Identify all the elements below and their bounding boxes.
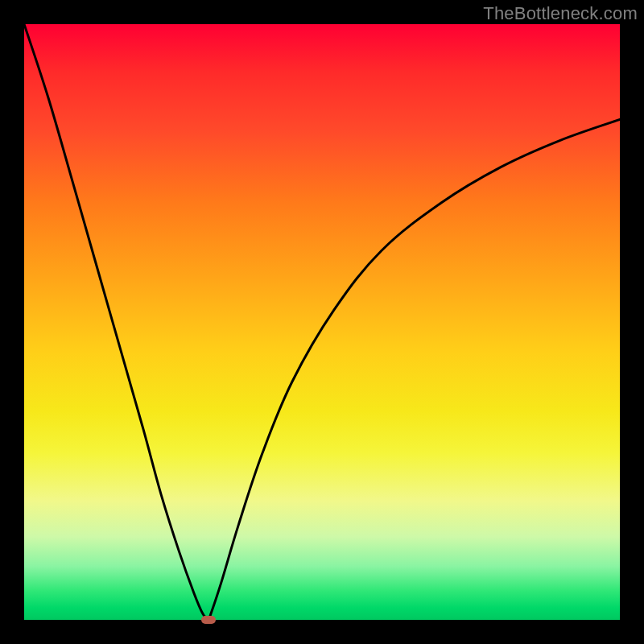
curve-right-branch: [208, 119, 620, 620]
curve-svg: [24, 24, 620, 620]
chart-frame: TheBottleneck.com: [0, 0, 644, 644]
plot-area: [24, 24, 620, 620]
watermark-text: TheBottleneck.com: [483, 3, 638, 24]
curve-left-branch: [24, 24, 208, 620]
minimum-marker: [201, 616, 216, 624]
